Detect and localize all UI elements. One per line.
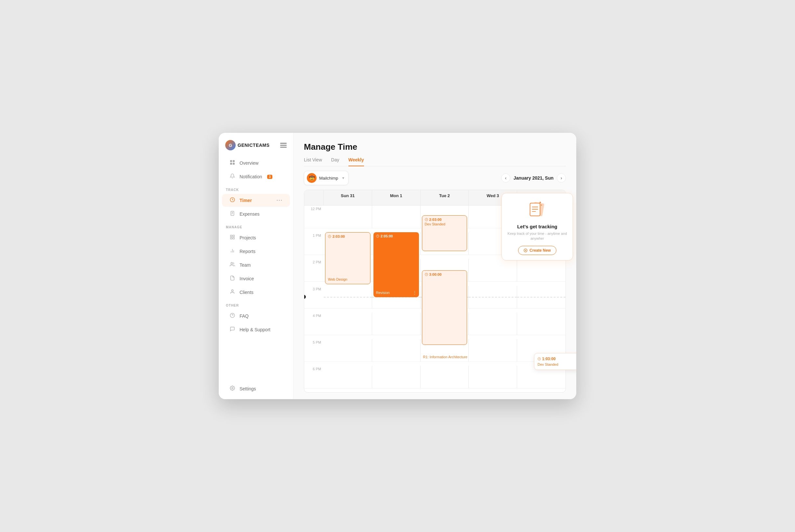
col-header-mon1: Mon 1: [372, 190, 421, 206]
invoice-icon: [229, 276, 236, 282]
notification-badge: 3: [267, 175, 272, 179]
settings-icon: [229, 385, 236, 392]
popup-title: Let's get tracking: [517, 224, 557, 229]
app-window: G GENICTEAMS Overview: [219, 133, 576, 399]
chevron-down-icon: ▾: [342, 176, 344, 180]
popup-icon-area: ✦ ✦: [526, 200, 549, 221]
popup-subtitle: Keep track of your time - anytime and an…: [507, 231, 568, 241]
svg-point-20: [232, 387, 233, 389]
event-mon1-revision[interactable]: 2:05:00 Revision ⋮: [373, 232, 419, 297]
cell-sun31-5pm[interactable]: [324, 339, 372, 362]
cell-wed3-6pm[interactable]: [469, 366, 517, 388]
tab-list-view[interactable]: List View: [304, 157, 322, 166]
current-time-line: [469, 297, 517, 298]
projects-icon: [229, 234, 236, 241]
sidebar-notification-label: Notification: [240, 174, 262, 179]
sidebar-timer-label: Timer: [240, 198, 252, 203]
sidebar-logo: G GENICTEAMS: [219, 133, 293, 156]
tabs-bar: List View Day Weekly: [304, 157, 566, 166]
cell-mon1-5pm[interactable]: [372, 339, 421, 362]
time-6pm: 6 PM: [304, 366, 324, 388]
cell-tue2-2pm[interactable]: 3:00:00: [421, 259, 469, 282]
cell-wed3-4pm[interactable]: [469, 312, 517, 335]
sidebar-overview-label: Overview: [240, 160, 258, 166]
event-time: 2:05:00: [376, 234, 417, 238]
cell-thu4-3pm[interactable]: [517, 286, 566, 308]
hamburger-button[interactable]: [280, 143, 286, 148]
tab-day[interactable]: Day: [331, 157, 339, 166]
tracking-popup: ✦ ✦ Let's get tracking Keep track of you…: [501, 193, 573, 261]
sidebar-item-reports[interactable]: Reports: [222, 245, 290, 258]
svg-rect-12: [233, 238, 234, 239]
help-icon: [229, 326, 236, 333]
logo: G GENICTEAMS: [225, 140, 270, 150]
prev-date-button[interactable]: ‹: [501, 173, 510, 183]
cell-wed3-2pm[interactable]: [469, 259, 517, 282]
calendar-container: Sun 31 Mon 1 Tue 2 Wed 3 Thu 4 12 PM 2:0…: [294, 190, 576, 399]
event-title: Dev Standed: [425, 222, 464, 226]
svg-rect-3: [233, 163, 235, 165]
sidebar: G GENICTEAMS Overview: [219, 133, 294, 399]
current-time-line: [517, 297, 566, 298]
cell-sun31-4pm[interactable]: [324, 312, 372, 335]
sidebar-item-clients[interactable]: Clients: [222, 286, 290, 299]
sidebar-expenses-label: Expenses: [240, 211, 259, 216]
page-header: Manage Time List View Day Weekly: [294, 133, 576, 166]
cell-thu4-4pm[interactable]: [517, 312, 566, 335]
cell-sun31-3pm[interactable]: [324, 286, 372, 308]
sidebar-item-help[interactable]: Help & Support: [222, 323, 290, 336]
svg-rect-2: [230, 163, 232, 165]
event-tue2-dev-standed[interactable]: 2:03:00 Dev Standed: [422, 215, 467, 251]
cell-wed3-5pm[interactable]: [469, 339, 517, 362]
right-card-title: Dev Standed: [538, 362, 576, 366]
cell-sun31-1pm[interactable]: 2:03:00 Web Design: [324, 232, 372, 255]
timer-more-button[interactable]: ···: [277, 197, 283, 203]
sidebar-invoice-label: Invoice: [240, 276, 254, 281]
cell-sun31-12pm[interactable]: [324, 206, 372, 228]
cell-thu4-2pm[interactable]: [517, 259, 566, 282]
sidebar-item-expenses[interactable]: Expenses: [222, 208, 290, 221]
cell-mon1-4pm[interactable]: [372, 312, 421, 335]
clock-icon: [229, 197, 236, 204]
sidebar-item-timer[interactable]: Timer ···: [222, 194, 290, 207]
sidebar-item-overview[interactable]: Overview: [222, 156, 290, 170]
col-header-sun31: Sun 31: [324, 190, 372, 206]
event-time: 2:03:00: [425, 217, 464, 222]
cell-wed3-3pm[interactable]: [469, 286, 517, 308]
time-header-cell: [304, 190, 324, 206]
sidebar-item-team[interactable]: Team: [222, 259, 290, 271]
event-sun31-webdesign[interactable]: 2:03:00 Web Design: [325, 232, 371, 284]
user-selector[interactable]: 🤠 Mailchimp ▾: [304, 171, 348, 185]
cell-tue2-6pm[interactable]: [421, 366, 469, 388]
cell-mon1-1pm[interactable]: 2:05:00 Revision ⋮: [372, 232, 421, 255]
cell-sun31-6pm[interactable]: [324, 366, 372, 388]
clients-icon: [229, 289, 236, 296]
date-label: January 2021, Sun: [514, 175, 554, 180]
sidebar-item-invoice[interactable]: Invoice: [222, 272, 290, 285]
time-3pm: 3 PM: [304, 286, 324, 308]
event-menu-button[interactable]: ⋮: [412, 290, 417, 295]
svg-rect-9: [230, 235, 232, 237]
manage-section-label: MANAGE: [219, 221, 293, 231]
logo-text: GENICTEAMS: [238, 142, 270, 148]
avatar: 🤠: [307, 173, 317, 183]
sidebar-item-faq[interactable]: FAQ: [222, 309, 290, 323]
faq-icon: [229, 313, 236, 319]
sidebar-item-projects[interactable]: Projects: [222, 231, 290, 244]
svg-rect-11: [230, 238, 232, 239]
sidebar-projects-label: Projects: [240, 235, 256, 240]
sidebar-item-notification[interactable]: Notification 3: [222, 170, 290, 183]
cell-tue2-12pm[interactable]: 2:03:00 Dev Standed: [421, 206, 469, 228]
current-time-dot: [304, 295, 306, 299]
right-overflow-card[interactable]: 1:03:00 Dev Standed: [534, 353, 576, 370]
event-tue2-infarch[interactable]: 3:00:00: [422, 270, 467, 345]
sidebar-reports-label: Reports: [240, 249, 256, 254]
time-2pm: 2 PM: [304, 259, 324, 282]
cell-mon1-12pm[interactable]: [372, 206, 421, 228]
create-new-button[interactable]: Create New: [518, 246, 556, 255]
event-title: R1: Information Architecture: [423, 355, 467, 359]
cell-mon1-6pm[interactable]: [372, 366, 421, 388]
next-date-button[interactable]: ›: [557, 173, 566, 183]
tab-weekly[interactable]: Weekly: [348, 157, 364, 166]
sidebar-item-settings[interactable]: Settings: [222, 382, 290, 395]
